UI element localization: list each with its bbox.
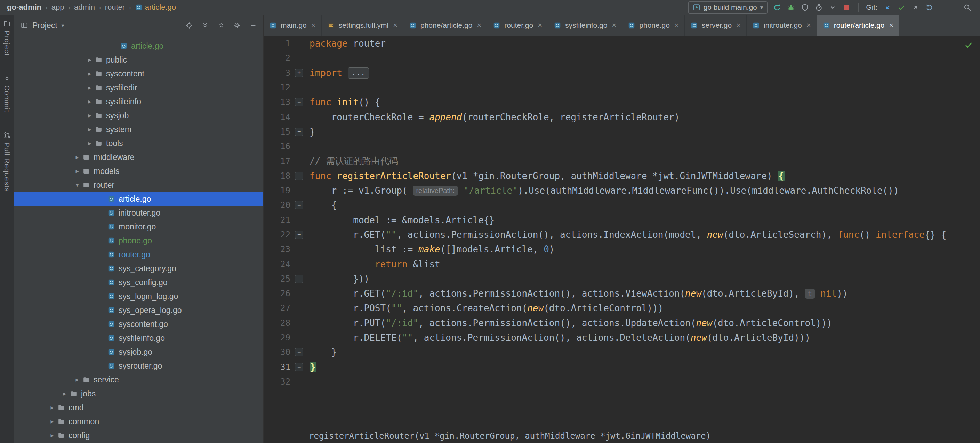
tab-phone-article-go[interactable]: phone/article.go× [403,15,487,36]
tree-file-initrouter.go[interactable]: initrouter.go [14,206,263,220]
tree-folder-models[interactable]: ▸models [14,164,263,178]
chevron-down-icon[interactable]: ▾ [72,181,83,189]
update-project-button[interactable] [883,3,892,12]
code-line-21[interactable]: 21− model := &models.Article{} [264,213,980,227]
tree-folder-cmd[interactable]: ▸cmd [14,400,263,414]
chevron-right-icon[interactable]: ▸ [84,112,95,119]
tree-folder-syscontent[interactable]: ▸syscontent [14,67,263,81]
inspections-ok-icon[interactable] [964,40,973,49]
chevron-right-icon[interactable]: ▸ [47,432,57,439]
debug-button[interactable] [787,3,795,12]
stripe-button-commit[interactable]: Commit [3,75,11,112]
commit-button[interactable] [897,3,906,12]
close-icon[interactable]: × [538,21,542,30]
tree-folder-router[interactable]: ▾router [14,178,263,192]
tab-router-go[interactable]: router.go× [487,15,548,36]
tree-folder-sysfiledir[interactable]: ▸sysfiledir [14,81,263,95]
chevron-right-icon[interactable]: ▸ [84,56,95,64]
close-icon[interactable]: × [393,21,398,30]
close-icon[interactable]: × [807,21,811,30]
code-line-15[interactable]: 15−} [264,124,980,139]
code-line-22[interactable]: 22− r.GET("", actions.PermissionAction()… [264,227,980,242]
chevron-right-icon[interactable]: ▸ [72,153,83,161]
tree-file-phone.go[interactable]: phone.go [14,234,263,248]
tab-server-go[interactable]: server.go× [685,15,747,36]
code-line-30[interactable]: 30− } [264,345,980,360]
close-icon[interactable]: × [477,21,481,30]
profiler-button[interactable] [815,3,823,12]
collapse-all-icon[interactable] [217,22,225,29]
close-icon[interactable]: × [674,21,679,30]
locate-icon[interactable] [185,22,193,29]
tree-file-sys_opera_log.go[interactable]: sys_opera_log.go [14,303,263,317]
expand-all-icon[interactable] [201,22,209,29]
code-line-17[interactable]: 17−// 需认证的路由代码 [264,154,980,168]
tree-file-sys_category.go[interactable]: sys_category.go [14,262,263,275]
tree-file-article.go[interactable]: article.go [14,192,263,206]
tab-sysfileinfo-go[interactable]: sysfileinfo.go× [548,15,622,36]
chevron-right-icon[interactable]: ▸ [84,70,95,78]
close-icon[interactable]: × [612,21,616,30]
stripe-button-project[interactable]: Project [3,20,11,56]
breadcrumb-item[interactable]: router [105,3,125,12]
chevron-right-icon[interactable]: ▸ [59,390,70,397]
tree-folder-public[interactable]: ▸public [14,53,263,67]
code-line-2[interactable]: 2− [264,51,980,65]
code-line-20[interactable]: 20− { [264,198,980,213]
code-line-3[interactable]: 3+import ... [264,66,980,80]
run-config-select[interactable]: go build main.go ▾ [688,2,768,14]
settings-gear-icon[interactable] [233,22,241,29]
chevron-right-icon[interactable]: ▸ [72,376,83,384]
more-actions-chevron-icon[interactable] [828,3,837,12]
tab-phone-go[interactable]: phone.go× [622,15,684,36]
tree-file-sysfileinfo.go[interactable]: sysfileinfo.go [14,331,263,345]
project-view-chevron-icon[interactable]: ▾ [62,22,64,29]
project-panel-title[interactable]: Project [32,21,57,30]
fold-marker-icon[interactable]: − [295,230,303,239]
tab-main-go[interactable]: main.go× [264,15,322,36]
fold-marker-icon[interactable]: − [295,128,303,136]
push-button[interactable] [911,3,920,12]
tree-folder-sysfileinfo[interactable]: ▸sysfileinfo [14,95,263,108]
tab-router-article-go[interactable]: router/article.go× [817,15,900,36]
breadcrumb-item[interactable]: go-admin [7,3,41,12]
tree-folder-service[interactable]: ▸service [14,373,263,387]
close-icon[interactable]: × [311,21,316,30]
hide-panel-icon[interactable] [249,22,257,29]
code-line-12[interactable]: 12− [264,80,980,95]
code-line-16[interactable]: 16− [264,139,980,154]
code-line-29[interactable]: 29− r.DELETE("", actions.PermissionActio… [264,330,980,345]
code-line-32[interactable]: 32− [264,375,980,389]
code-line-19[interactable]: 19− r := v1.Group( relativePath: "/artic… [264,183,980,198]
chevron-right-icon[interactable]: ▸ [47,404,57,411]
chevron-right-icon[interactable]: ▸ [84,140,95,147]
tab-initrouter-go[interactable]: initrouter.go× [747,15,817,36]
tree-file-syscontent.go[interactable]: syscontent.go [14,317,263,331]
code-line-1[interactable]: 1−package router [264,36,980,51]
chevron-right-icon[interactable]: ▸ [84,84,95,91]
tree-folder-tools[interactable]: ▸tools [14,136,263,150]
breadcrumb-item[interactable]: admin [74,3,95,12]
tree-folder-middleware[interactable]: ▸middleware [14,150,263,164]
stop-button[interactable] [842,3,851,12]
history-rollback-button[interactable] [925,3,934,12]
chevron-right-icon[interactable]: ▸ [84,125,95,133]
fold-marker-icon[interactable]: − [295,201,303,209]
fold-marker-icon[interactable]: − [295,363,303,372]
breadcrumb-current-file[interactable]: article.go [135,3,176,12]
search-everywhere-button[interactable] [963,3,972,12]
tab-settings-full-yml[interactable]: settings.full.yml× [322,15,403,36]
tree-folder-config[interactable]: ▸config [14,429,263,442]
fold-marker-icon[interactable]: − [295,275,303,283]
tree-folder-sysjob[interactable]: ▸sysjob [14,108,263,122]
tree-folder-common[interactable]: ▸common [14,414,263,429]
chevron-right-icon[interactable]: ▸ [84,98,95,105]
tree-file-router.go[interactable]: router.go [14,248,263,262]
fold-marker-icon[interactable]: − [295,98,303,106]
tree-file-sysjob.go[interactable]: sysjob.go [14,345,263,359]
fold-marker-icon[interactable]: − [295,172,303,180]
close-icon[interactable]: × [736,21,741,30]
folded-region[interactable]: ... [348,67,369,79]
tree-file-monitor.go[interactable]: monitor.go [14,220,263,234]
chevron-right-icon[interactable]: ▸ [72,167,83,175]
